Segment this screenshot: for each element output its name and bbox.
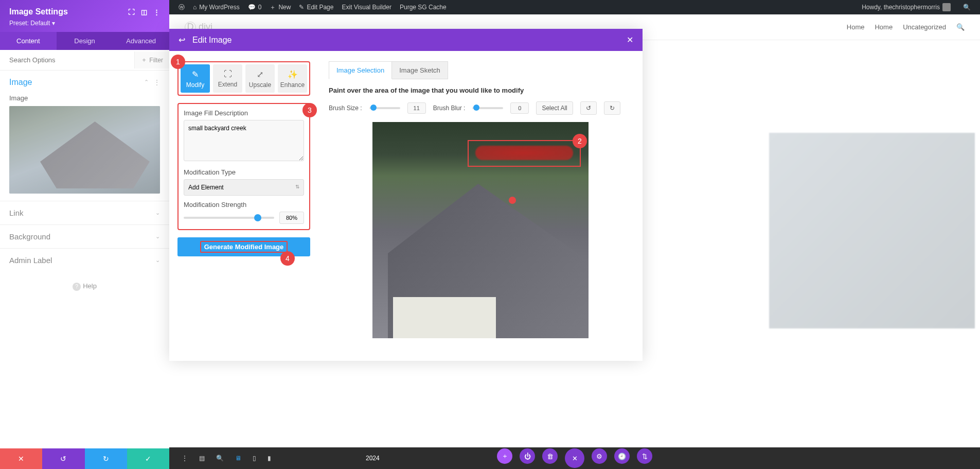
brush-size-slider[interactable] [369,107,400,109]
fill-description-label: Image Fill Description [184,109,304,117]
brush-blur-thumb[interactable] [473,105,479,111]
section-admin-label[interactable]: Admin Label⌄ [0,248,169,272]
back-icon[interactable]: ↩ [179,35,185,45]
toolbar-desktop-icon[interactable]: 🖥 [233,453,243,464]
redo-button[interactable]: ↻ [85,448,127,469]
section-image[interactable]: Image ⌃⋮ [0,71,169,94]
tab-content[interactable]: Content [0,32,57,50]
undo-button[interactable]: ↺ [42,448,84,469]
toolbar-wireframe-icon[interactable]: ▤ [197,453,207,464]
modification-type-label: Modification Type [184,168,304,176]
toolbar-close-button[interactable]: ✕ [565,448,584,468]
new-label: New [278,4,291,11]
brush-size-thumb[interactable] [370,105,377,111]
comments-link[interactable]: 💬0 [244,0,266,14]
toolbar-more-icon[interactable]: ⋮ [180,453,190,464]
mode-enhance[interactable]: ✨Enhance [278,64,307,93]
new-link[interactable]: ＋New [265,0,295,14]
toolbar-power-button[interactable]: ⏻ [520,448,535,464]
toolbar-add-button[interactable]: ＋ [497,448,512,464]
brush-blur-slider[interactable] [472,107,503,109]
settings-tabs: Content Design Advanced [0,32,169,50]
reset-button[interactable]: ↺ [580,101,597,115]
toolbar-sort-button[interactable]: ⇅ [637,448,652,464]
toolbar-phone-icon[interactable]: ▮ [265,453,273,464]
mode-upscale[interactable]: ⤢Upscale [245,64,275,93]
tab-image-selection[interactable]: Image Selection [329,61,392,79]
chevron-down-icon: ⌄ [155,233,160,240]
callout-1: 1 [171,55,185,69]
edit-page-link[interactable]: ✎Edit Page [295,0,337,14]
focus-icon[interactable]: ⛶ [128,8,135,16]
search-icon: 🔍 [963,4,971,11]
brush-blur-label: Brush Blur : [433,105,466,112]
wp-logo[interactable]: ⓦ [174,0,189,14]
nav-uncategorized[interactable]: Uncategorized [903,23,946,31]
modification-form: 3 Image Fill Description Modification Ty… [177,103,310,230]
settings-header: Image Settings ⛶ ◫ ⋮ Preset: Default ▾ [0,0,169,32]
canvas[interactable]: 2 [372,122,589,338]
image-thumbnail[interactable] [9,106,160,194]
search-input[interactable] [0,50,134,70]
tab-design[interactable]: Design [57,32,113,50]
toolbar-delete-button[interactable]: 🗑 [542,448,558,464]
search-toggle[interactable]: 🔍 [959,4,975,11]
mode-extend[interactable]: ⛶Extend [213,64,242,93]
mode-upscale-label: Upscale [249,81,271,89]
select-all-button[interactable]: Select All [536,101,573,115]
toolbar-tablet-icon[interactable]: ▯ [251,453,258,464]
comment-icon: 💬 [248,4,256,11]
wordpress-icon: ⓦ [179,3,185,12]
section-more-icon[interactable]: ⋮ [154,79,160,86]
modal-left-panel: 1 ✎Modify ⛶Extend ⤢Upscale ✨Enhance 3 Im… [169,51,318,361]
settings-title: Image Settings [9,7,68,16]
tab-image-sketch[interactable]: Image Sketch [392,61,448,79]
edit-image-modal: ↩Edit Image ✕ 1 ✎Modify ⛶Extend ⤢Upscale… [169,29,643,361]
canvas-wall-shape [393,297,496,338]
section-background[interactable]: Background⌄ [0,224,169,248]
toolbar-settings-button[interactable]: ⚙ [592,448,607,464]
howdy-link[interactable]: Howdy, thechristophermorris [858,3,955,11]
comments-count: 0 [258,4,262,11]
modify-icon: ✎ [192,70,199,79]
brush-size-value[interactable]: 11 [407,102,426,114]
right-tabs: Image Selection Image Sketch [329,61,632,79]
preset-selector[interactable]: Preset: Default ▾ [9,20,160,27]
expand-icon[interactable]: ◫ [141,8,147,16]
fill-description-input[interactable] [184,120,304,161]
pencil-icon: ✎ [299,4,304,11]
section-link[interactable]: Link⌄ [0,201,169,224]
cancel-button[interactable]: ✕ [0,448,42,469]
instruction-text: Paint over the area of the image that yo… [329,86,632,94]
exit-vb-link[interactable]: Exit Visual Builder [337,0,396,14]
mode-modify[interactable]: ✎Modify [181,64,210,93]
more-icon[interactable]: ⋮ [153,8,160,16]
modification-type-select[interactable]: Add Element [184,179,304,196]
modal-right-panel: Image Selection Image Sketch Paint over … [318,51,643,361]
bottom-toolbar: ⋮ ▤ 🔍 🖥 ▯ ▮ 2024 ＋ ⏻ 🗑 ✕ ⚙ 🕘 ⇅ [169,447,980,469]
nav-home-1[interactable]: Home [847,23,865,31]
filter-button[interactable]: ＋Filter [134,51,169,68]
close-button[interactable]: ✕ [627,35,633,45]
toolbar-zoom-icon[interactable]: 🔍 [214,453,226,464]
save-button[interactable]: ✓ [127,448,169,469]
generate-button[interactable]: Generate Modified Image 4 [177,237,310,256]
strength-slider[interactable] [184,217,274,219]
section-image-label: Image [9,78,32,87]
purge-cache-link[interactable]: Purge SG Cache [396,0,451,14]
filter-label: Filter [149,57,163,64]
mode-extend-label: Extend [218,81,237,88]
site-name: My WordPress [199,4,239,11]
plus-icon: ＋ [270,3,276,12]
help-link[interactable]: ?Help [0,272,169,301]
brush-blur-value[interactable]: 0 [510,102,529,114]
redo-brush-button[interactable]: ↻ [604,101,620,115]
strength-value[interactable]: 80% [279,212,304,224]
site-name-link[interactable]: ⌂My WordPress [189,0,244,14]
slider-thumb[interactable] [254,214,261,221]
nav-search-icon[interactable]: 🔍 [956,23,965,31]
toolbar-history-button[interactable]: 🕘 [614,448,630,464]
nav-home-2[interactable]: Home [875,23,893,31]
tab-advanced[interactable]: Advanced [113,32,169,50]
paint-highlight-box: 2 [468,140,581,167]
